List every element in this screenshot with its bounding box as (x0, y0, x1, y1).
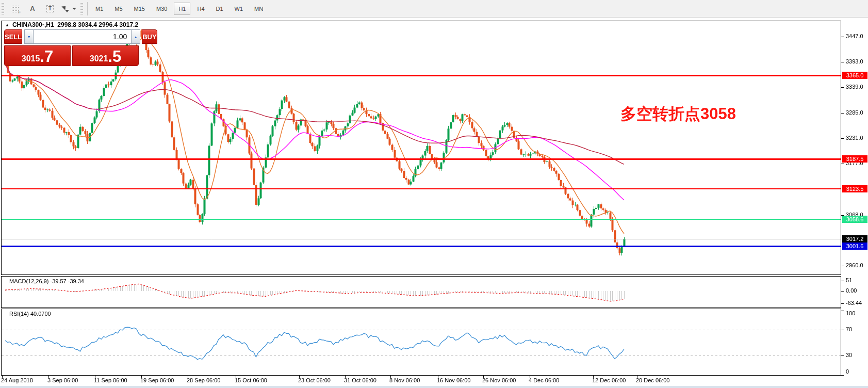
price-tick: 3447.0 (846, 33, 863, 39)
price-tick: 3339.0 (846, 84, 863, 90)
price-tick: 3393.0 (846, 58, 863, 64)
time-axis-label: 20 Dec 06:00 (636, 377, 669, 383)
price-tick: 3285.0 (846, 109, 863, 116)
price-line-label: 3365.0 (842, 72, 867, 79)
price-line-label: 3001.6 (842, 242, 867, 250)
price-tick: 2960.0 (846, 262, 863, 268)
time-axis-label: 31 Oct 06:00 (344, 377, 376, 383)
ask-fraction-digit: .5 (108, 50, 121, 64)
symbol-header: ▲ CHINA300-,H1 2998.8 3034.4 2996.4 3017… (5, 21, 138, 28)
bid-fraction-digit: .7 (40, 50, 53, 64)
time-axis-label: 11 Sep 06:00 (94, 377, 127, 383)
ask-price-box[interactable]: 3021.5 (72, 45, 139, 66)
collapse-triangle-icon[interactable]: ▲ (5, 23, 9, 27)
macd-tick: 51 (846, 277, 852, 283)
macd-label: MACD(12,26,9) -39.57 -39.34 (9, 278, 84, 284)
time-axis-label: 24 Aug 2018 (1, 377, 33, 383)
one-click-trade-panel: SELL ▼ ▲ BUY 3015.7 3021.5 (4, 29, 139, 66)
bid-main-digits: 3015 (22, 54, 40, 64)
time-axis-label: 26 Nov 06:00 (482, 377, 516, 383)
price-line-label: 3017.2 (842, 235, 867, 242)
time-axis-label: 23 Oct 06:00 (298, 377, 331, 383)
time-axis-label: 3 Sep 06:00 (47, 377, 78, 383)
time-axis-label: 16 Nov 06:00 (437, 377, 470, 383)
symbol-ohlc: 2998.8 3034.4 2996.4 3017.2 (54, 21, 138, 28)
bid-price-box[interactable]: 3015.7 (4, 45, 71, 66)
price-line-label: 3187.5 (842, 155, 867, 163)
time-axis-label: 15 Oct 06:00 (235, 377, 267, 383)
rsi-label: RSI(14) 40.0700 (9, 311, 51, 317)
time-axis-label: 4 Dec 06:00 (529, 377, 559, 383)
volume-input[interactable] (34, 29, 131, 44)
sell-button[interactable]: SELL (4, 29, 22, 44)
volume-decrease-button[interactable]: ▼ (24, 29, 34, 44)
time-axis-label: 28 Sep 06:00 (187, 377, 220, 383)
volume-increase-button[interactable]: ▲ (131, 29, 140, 44)
rsi-tick: 30 (846, 352, 852, 358)
ask-main-digits: 3021 (90, 54, 108, 64)
mt4-terminal: F A T M1M5M15M30H1H4D1W1MN ▲ CHINA300-,H… (0, 0, 868, 388)
time-axis-label: 12 Dec 06:00 (592, 377, 626, 383)
price-tick: 3231.0 (846, 135, 863, 141)
price-line-label: 3058.6 (842, 216, 867, 223)
price-line-label: 3123.5 (842, 185, 867, 192)
time-axis-label: 8 Nov 06:00 (389, 377, 420, 383)
macd-tick: 0.00 (846, 287, 857, 294)
time-axis-label: 19 Sep 06:00 (140, 377, 174, 383)
rsi-tick: 0 (846, 368, 849, 375)
symbol-name: CHINA300-,H1 (12, 21, 54, 28)
rsi-tick: 100 (846, 310, 855, 316)
bottom-strip (0, 386, 868, 388)
chart-annotation-text: 多空转折点3058 (620, 103, 736, 125)
macd-tick: -63.44 (846, 300, 862, 306)
rsi-tick: 70 (846, 326, 852, 332)
buy-button[interactable]: BUY (142, 29, 157, 44)
